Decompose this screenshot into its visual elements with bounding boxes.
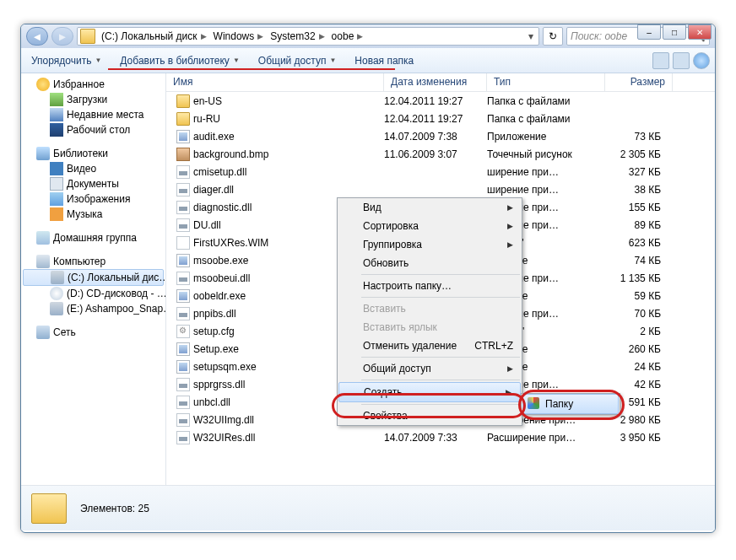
status-bar: Элементов: 25 — [21, 485, 715, 530]
close-button[interactable]: ✕ — [688, 24, 712, 40]
nav-forward-button[interactable]: ► — [51, 27, 73, 46]
file-icon — [176, 307, 190, 320]
breadcrumb-c[interactable]: (C:) Локальный диск▶ — [98, 28, 210, 45]
nav-drive-c[interactable]: (C:) Локальный дис… — [23, 269, 164, 286]
file-size: 38 КБ — [605, 184, 673, 196]
help-button[interactable] — [693, 52, 710, 69]
label: Компьютер — [53, 256, 106, 267]
file-row[interactable]: ru-RU12.04.2011 19:27Папка с файлами — [166, 110, 715, 127]
ctx-undo-delete[interactable]: Отменить удалениеCTRL+Z — [338, 337, 522, 355]
label: Видео — [67, 163, 96, 175]
file-type: Приложение — [487, 131, 605, 143]
nav-downloads[interactable]: Загрузки — [21, 92, 165, 107]
file-size: 2 305 КБ — [605, 148, 673, 160]
ctx-view[interactable]: Вид▶ — [338, 198, 522, 217]
ctx-group[interactable]: Группировка▶ — [338, 235, 522, 254]
file-name: setup.cfg — [193, 326, 235, 337]
music-icon — [50, 207, 63, 221]
breadcrumb-windows[interactable]: Windows▶ — [210, 28, 268, 45]
new-folder-button[interactable]: Новая папка — [349, 53, 419, 68]
file-size: 42 КБ — [605, 379, 673, 390]
label: Документы — [67, 178, 119, 190]
nav-drive-e[interactable]: (E:) Ashampoo_Snap… — [21, 301, 165, 316]
file-date: 12.04.2011 19:27 — [384, 113, 487, 125]
ctx-customize-folder[interactable]: Настроить папку… — [338, 277, 522, 295]
file-name: pnpibs.dll — [193, 308, 236, 320]
label: Сеть — [53, 326, 76, 338]
breadcrumb-label: System32 — [270, 30, 315, 42]
label: Загрузки — [67, 94, 107, 105]
ctx-sort[interactable]: Сортировка▶ — [338, 217, 522, 235]
address-bar[interactable]: (C:) Локальный диск▶ Windows▶ System32▶ … — [77, 27, 539, 46]
file-icon — [176, 254, 190, 267]
label: Общий доступ — [258, 55, 327, 67]
organize-menu[interactable]: Упорядочить▼ — [26, 53, 106, 68]
nav-libraries[interactable]: Библиотеки — [21, 146, 165, 161]
breadcrumb-system32[interactable]: System32▶ — [267, 28, 327, 45]
search-placeholder: Поиск: oobe — [571, 30, 627, 42]
label: Вставить — [363, 303, 406, 315]
nav-recent-places[interactable]: Недавние места — [21, 107, 165, 122]
file-size: 2 КБ — [605, 326, 673, 337]
ctx-share[interactable]: Общий доступ▶ — [338, 359, 522, 378]
file-row[interactable]: W32UIRes.dll14.07.2009 7:33Расширение пр… — [166, 428, 715, 446]
ctx-create[interactable]: Создать▶ — [338, 382, 521, 402]
folder-icon — [31, 493, 67, 524]
nav-documents[interactable]: Документы — [21, 176, 165, 191]
breadcrumb-label: (C:) Локальный диск — [101, 30, 198, 42]
nav-back-button[interactable]: ◄ — [26, 27, 48, 46]
file-icon — [176, 325, 190, 338]
cd-icon — [50, 287, 63, 300]
nav-drive-d[interactable]: (D:) CD-дисковод - … — [21, 286, 165, 301]
file-name: DU.dll — [193, 219, 221, 231]
view-mode-button[interactable] — [652, 52, 669, 69]
add-to-library-menu[interactable]: Добавить в библиотеку▼ — [115, 53, 244, 68]
label: Новая папка — [354, 55, 414, 67]
ctx-create-folder[interactable]: Папку — [522, 394, 619, 414]
file-row[interactable]: en-US12.04.2011 19:27Папка с файлами — [166, 92, 715, 110]
file-name: W32UIImg.dll — [193, 414, 254, 426]
shortcut: CTRL+Z — [474, 340, 513, 352]
file-icon — [176, 236, 190, 250]
col-name[interactable]: Имя — [166, 73, 384, 91]
col-type[interactable]: Тип — [487, 73, 605, 91]
file-icon — [176, 148, 190, 161]
breadcrumb-oobe[interactable]: oobe▶ — [328, 28, 367, 45]
file-row[interactable]: audit.exe14.07.2009 7:38Приложение73 КБ — [166, 127, 715, 145]
file-row[interactable]: background.bmp11.06.2009 3:07Точечный ри… — [166, 145, 715, 163]
file-size: 59 КБ — [605, 290, 673, 302]
file-row[interactable]: diager.dllширение при…38 КБ — [166, 180, 715, 198]
share-menu[interactable]: Общий доступ▼ — [253, 53, 342, 68]
col-date[interactable]: Дата изменения — [384, 73, 487, 91]
nav-network[interactable]: Сеть — [21, 325, 165, 340]
file-size: 89 КБ — [605, 219, 673, 231]
label: Вставить ярлык — [363, 321, 437, 333]
file-icon — [176, 360, 190, 374]
nav-desktop[interactable]: Рабочий стол — [21, 122, 165, 137]
minimize-button[interactable]: – — [637, 24, 661, 40]
refresh-button[interactable]: ↻ — [543, 27, 563, 46]
preview-pane-button[interactable] — [673, 52, 690, 69]
nav-favorites[interactable]: Избранное — [21, 77, 165, 92]
maximize-button[interactable]: □ — [663, 24, 686, 40]
col-size[interactable]: Размер — [605, 73, 673, 91]
places-icon — [50, 108, 63, 121]
label: Добавить в библиотеку — [120, 55, 230, 67]
library-icon — [36, 147, 50, 160]
nav-homegroup[interactable]: Домашняя группа — [21, 230, 165, 245]
ctx-refresh[interactable]: Обновить — [338, 254, 522, 272]
nav-computer[interactable]: Компьютер — [21, 254, 165, 269]
nav-videos[interactable]: Видео — [21, 161, 165, 176]
ctx-properties[interactable]: Свойства — [338, 407, 522, 425]
address-dropdown[interactable]: ▾ — [523, 30, 538, 42]
file-icon — [176, 183, 190, 197]
nav-pictures[interactable]: Изображения — [21, 191, 165, 207]
file-name: msoobeui.dll — [193, 272, 250, 284]
label: Домашняя группа — [53, 232, 137, 244]
file-row[interactable]: cmisetup.dllширение при…327 КБ — [166, 163, 715, 180]
file-size: 73 КБ — [605, 131, 673, 143]
nav-music[interactable]: Музыка — [21, 207, 165, 222]
label: Общий доступ — [363, 363, 431, 374]
file-type: Папка с файлами — [487, 95, 605, 107]
file-icon — [176, 272, 190, 285]
